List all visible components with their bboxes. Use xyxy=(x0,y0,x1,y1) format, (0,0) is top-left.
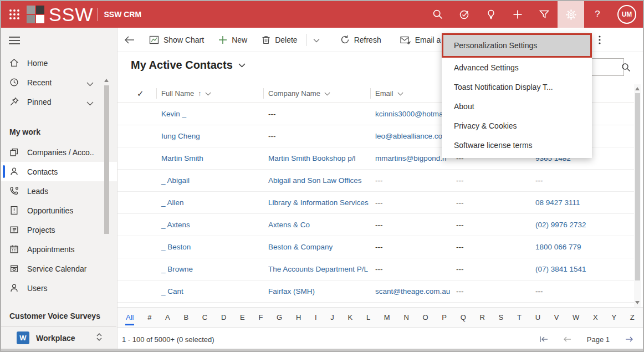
full-name-link[interactable]: _ Cant xyxy=(161,287,183,295)
row-select-cell[interactable] xyxy=(117,147,156,169)
table-row[interactable]: _ BestonBeston & Company------1800 066 7… xyxy=(117,236,636,258)
jump-to-m[interactable]: M xyxy=(384,312,391,323)
email-link[interactable]: scant@theage.com.au xyxy=(375,287,450,295)
column-header-company-name[interactable]: Company Name xyxy=(263,84,370,103)
ssw-logo[interactable]: SSW xyxy=(27,5,93,24)
chevron-down-icon[interactable] xyxy=(86,79,94,88)
back-button[interactable] xyxy=(117,35,142,44)
lightbulb-icon[interactable] xyxy=(478,1,504,28)
email-link[interactable]: mmartins@bigpond.n xyxy=(375,154,447,162)
email-link[interactable]: leo@ablealliance.co xyxy=(375,132,442,140)
jump-to-l[interactable]: L xyxy=(366,312,371,323)
grid-scrollbar-thumb[interactable] xyxy=(635,93,640,280)
plus-icon[interactable] xyxy=(504,1,531,28)
new-button[interactable]: New xyxy=(211,31,254,49)
jump-to-all[interactable]: All xyxy=(125,312,134,323)
row-select-cell[interactable] xyxy=(117,236,156,258)
jump-to-p[interactable]: P xyxy=(441,312,447,323)
help-icon[interactable]: ? xyxy=(584,1,611,28)
sidebar-item-users[interactable]: Users xyxy=(1,278,117,298)
menu-item-privacy-cookies[interactable]: Privacy & Cookies xyxy=(442,116,592,135)
company-link[interactable]: The Accounts Department P/L xyxy=(268,265,368,273)
full-name-link[interactable]: _ Axtens xyxy=(161,221,190,229)
jump-to-o[interactable]: O xyxy=(422,312,428,323)
area-switcher-workplace[interactable]: W Workplace xyxy=(1,327,116,349)
row-select-cell[interactable] xyxy=(117,258,156,280)
chevron-down-icon[interactable] xyxy=(86,99,94,108)
filter-icon[interactable] xyxy=(531,1,558,28)
area-switcher-icon[interactable] xyxy=(95,333,103,344)
table-row[interactable]: _ AbigailAbigail and Son Law Offices----… xyxy=(117,170,636,192)
checkmark-icon[interactable]: ✓ xyxy=(122,89,144,99)
table-row[interactable]: _ AllenLibrary & Information Services---… xyxy=(117,192,636,214)
sidebar-item-opportunities[interactable]: Opportunities xyxy=(1,201,117,220)
phone-link[interactable]: 08 9427 3111 xyxy=(535,198,580,207)
menu-item-personalization-settings[interactable]: Personalization Settings xyxy=(442,33,592,58)
chevron-down-icon[interactable] xyxy=(205,89,211,98)
row-select-cell[interactable] xyxy=(117,192,156,213)
jump-to-b[interactable]: B xyxy=(183,312,189,323)
first-page-icon[interactable] xyxy=(539,336,548,343)
full-name-link[interactable]: Kevin _ xyxy=(161,110,186,118)
sidebar-item-leads[interactable]: Leads xyxy=(1,181,117,201)
sidebar-scrollbar-thumb[interactable] xyxy=(104,85,109,234)
sidebar-item-appointments[interactable]: Appointments xyxy=(1,239,117,259)
company-link[interactable]: Fairfax (SMH) xyxy=(268,287,315,295)
jump-to-v[interactable]: V xyxy=(554,312,560,323)
full-name-link[interactable]: _ Abigail xyxy=(161,176,190,185)
jump-to-q[interactable]: Q xyxy=(460,312,467,323)
company-link[interactable]: Library & Information Services xyxy=(268,198,369,207)
scroll-up-icon[interactable] xyxy=(104,79,109,82)
full-name-link[interactable]: Iung Cheng xyxy=(161,132,200,140)
scroll-up-icon[interactable] xyxy=(635,87,640,90)
jump-to-x[interactable]: X xyxy=(592,312,599,323)
grid-scrollbar[interactable] xyxy=(634,84,641,307)
jump-to-h[interactable]: H xyxy=(295,312,301,323)
jump-to-j[interactable]: J xyxy=(330,312,335,323)
app-name[interactable]: SSW CRM xyxy=(104,10,141,19)
jump-to-w[interactable]: W xyxy=(572,312,580,323)
hamburger-menu-icon[interactable] xyxy=(1,28,117,53)
jump-to-n[interactable]: N xyxy=(403,312,409,323)
column-header-email[interactable]: Email xyxy=(370,84,451,103)
search-icon[interactable] xyxy=(425,1,451,28)
table-row[interactable]: _ CantFairfax (SMH)scant@theage.com.au--… xyxy=(117,280,636,303)
row-select-cell[interactable] xyxy=(117,214,156,236)
menu-item-software-license-terms[interactable]: Software license terms xyxy=(442,135,592,155)
show-chart-button[interactable]: Show Chart xyxy=(142,31,211,49)
more-options-icon[interactable] xyxy=(592,32,607,48)
refresh-button[interactable]: Refresh xyxy=(333,31,389,49)
view-selector[interactable]: My Active Contacts xyxy=(131,59,246,72)
email-link[interactable]: kcinnis3000@hotma xyxy=(375,110,443,118)
jump-to-s[interactable]: S xyxy=(498,312,504,323)
jump-to-y[interactable]: Y xyxy=(611,312,617,323)
jump-to-g[interactable]: G xyxy=(276,312,283,323)
next-page-icon[interactable] xyxy=(625,336,633,343)
sidebar-item-contacts[interactable]: Contacts xyxy=(1,162,117,181)
jump-to-a[interactable]: A xyxy=(165,312,171,323)
table-row[interactable]: _ BrowneThe Accounts Department P/L-----… xyxy=(117,258,636,280)
sidebar-item-pinned[interactable]: Pinned xyxy=(1,92,117,111)
menu-item-advanced-settings[interactable]: Advanced Settings xyxy=(442,58,592,77)
row-select-cell[interactable] xyxy=(117,280,156,302)
avatar[interactable]: UM xyxy=(617,5,636,24)
full-name-link[interactable]: _ Beston xyxy=(161,243,191,251)
company-link[interactable]: Beston & Company xyxy=(268,243,333,251)
chevron-down-icon[interactable] xyxy=(397,89,403,98)
menu-item-toast-notification-display-t[interactable]: Toast Notification Display T... xyxy=(442,77,592,96)
jump-to-z[interactable]: Z xyxy=(630,312,635,323)
more-commands-chevron-icon[interactable] xyxy=(308,35,325,45)
scroll-down-icon[interactable] xyxy=(635,301,640,304)
column-header-full-name[interactable]: Full Name↑ xyxy=(156,84,263,103)
phone-link[interactable]: 1800 066 779 xyxy=(535,243,581,251)
phone-link[interactable]: (02) 9976 2732 xyxy=(535,221,586,229)
sidebar-item-service-calendar[interactable]: Service Calendar xyxy=(1,259,117,278)
jump-to-e[interactable]: E xyxy=(239,312,246,323)
guided-help-icon[interactable] xyxy=(451,1,478,28)
sidebar-item-projects[interactable]: Projects xyxy=(1,220,117,239)
sidebar-scrollbar[interactable] xyxy=(104,78,110,352)
delete-button[interactable]: Delete xyxy=(254,31,304,49)
company-link[interactable]: Abigail and Son Law Offices xyxy=(268,176,362,185)
row-select-cell[interactable] xyxy=(117,170,156,191)
full-name-link[interactable]: _ Browne xyxy=(161,265,193,273)
